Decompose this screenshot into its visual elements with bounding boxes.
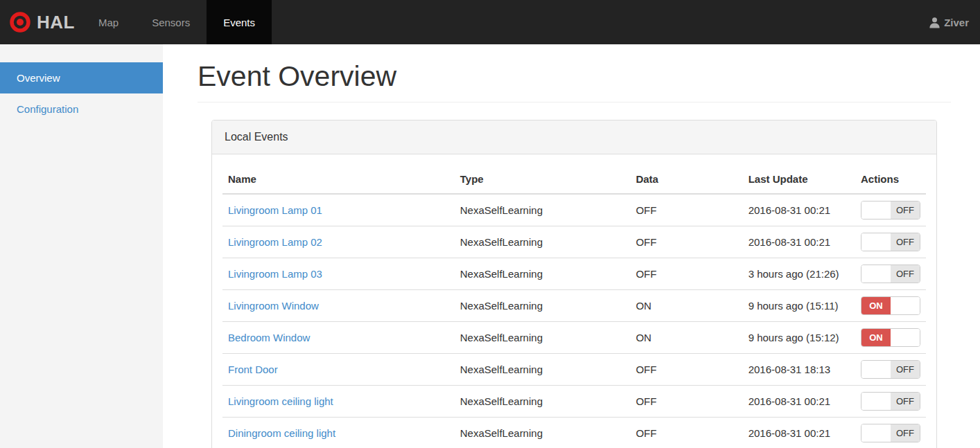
user-menu[interactable]: Ziver (929, 0, 980, 44)
toggle-label: OFF (891, 424, 920, 442)
title-divider (198, 102, 951, 102)
event-name-link[interactable]: Livingroom Lamp 03 (228, 268, 322, 280)
toggle-label: OFF (891, 233, 920, 251)
event-type: NexaSelfLearning (455, 386, 631, 418)
toggle-label: ON (861, 329, 891, 346)
table-row: Livingroom ceiling light NexaSelfLearnin… (222, 386, 926, 418)
toggle-label: ON (861, 297, 891, 314)
panel-body: Name Type Data Last Update Actions Livin… (212, 154, 936, 448)
event-name-link[interactable]: Front Door (228, 364, 278, 375)
event-type: NexaSelfLearning (455, 290, 631, 322)
main-content: Event Overview Local Events Name Type Da… (198, 44, 951, 448)
sidebar: Overview Configuration (0, 44, 163, 448)
toggle-handle (861, 265, 891, 283)
brand-label: HAL (37, 12, 75, 33)
event-data: ON (630, 322, 742, 354)
power-toggle[interactable]: ON (861, 296, 920, 315)
nav-tab-sensors[interactable]: Sensors (135, 0, 207, 44)
event-last-update: 2016-08-31 00:21 (743, 226, 855, 258)
toggle-label: OFF (891, 201, 920, 219)
event-name-link[interactable]: Bedroom Window (228, 332, 310, 343)
event-last-update: 9 hours ago (15:12) (743, 322, 855, 354)
power-toggle[interactable]: OFF (861, 201, 920, 219)
user-name: Ziver (944, 17, 969, 28)
power-toggle[interactable]: OFF (861, 424, 920, 442)
event-data: OFF (630, 194, 742, 226)
event-name-link[interactable]: Diningroom ceiling light (228, 427, 335, 439)
col-header-last-update: Last Update (743, 165, 855, 194)
toggle-label: OFF (891, 265, 920, 283)
event-name-link[interactable]: Livingroom ceiling light (228, 395, 333, 407)
table-row: Livingroom Lamp 02 NexaSelfLearning OFF … (222, 226, 926, 258)
event-last-update: 2016-08-31 18:13 (743, 354, 855, 386)
top-navbar: HAL Map Sensors Events Ziver (0, 0, 980, 44)
event-last-update: 2016-08-31 00:21 (743, 194, 855, 226)
event-name-link[interactable]: Livingroom Window (228, 300, 319, 312)
local-events-panel: Local Events Name Type Data Last Update … (211, 120, 937, 448)
event-type: NexaSelfLearning (455, 354, 631, 386)
event-name-link[interactable]: Livingroom Lamp 02 (228, 236, 322, 248)
table-row: Livingroom Lamp 01 NexaSelfLearning OFF … (222, 194, 926, 226)
col-header-type: Type (455, 165, 631, 194)
event-data: OFF (630, 258, 742, 290)
event-data: ON (630, 290, 742, 322)
panel-heading: Local Events (212, 120, 936, 154)
event-name-link[interactable]: Livingroom Lamp 01 (228, 204, 322, 216)
table-row: Livingroom Window NexaSelfLearning ON 9 … (222, 290, 926, 322)
power-toggle[interactable]: OFF (861, 265, 920, 283)
power-toggle[interactable]: ON (861, 328, 920, 347)
toggle-handle (861, 201, 891, 219)
user-icon (929, 17, 940, 28)
event-data: OFF (630, 418, 742, 448)
table-row: Livingroom Lamp 03 NexaSelfLearning OFF … (222, 258, 926, 290)
event-last-update: 3 hours ago (21:26) (743, 258, 855, 290)
col-header-data: Data (630, 165, 742, 194)
toggle-handle (861, 361, 891, 378)
event-data: OFF (630, 354, 742, 386)
sidebar-item-configuration[interactable]: Configuration (0, 93, 163, 125)
toggle-handle (861, 393, 891, 410)
events-table: Name Type Data Last Update Actions Livin… (222, 165, 926, 448)
page-title: Event Overview (198, 61, 951, 92)
event-type: NexaSelfLearning (455, 418, 631, 448)
event-last-update: 2016-08-31 00:21 (743, 418, 855, 448)
table-row: Front Door NexaSelfLearning OFF 2016-08-… (222, 354, 926, 386)
event-last-update: 9 hours ago (15:11) (743, 290, 855, 322)
nav-tab-map[interactable]: Map (82, 0, 135, 44)
brand[interactable]: HAL (0, 0, 82, 44)
toggle-handle (891, 329, 920, 346)
event-type: NexaSelfLearning (455, 226, 631, 258)
event-type: NexaSelfLearning (455, 258, 631, 290)
table-row: Diningroom ceiling light NexaSelfLearnin… (222, 418, 926, 448)
power-toggle[interactable]: OFF (861, 233, 920, 251)
event-type: NexaSelfLearning (455, 194, 631, 226)
power-toggle[interactable]: OFF (861, 392, 920, 411)
nav-tab-events[interactable]: Events (207, 0, 272, 44)
event-data: OFF (630, 226, 742, 258)
toggle-handle (861, 424, 891, 442)
bullseye-logo-icon (10, 12, 30, 33)
toggle-label: OFF (891, 361, 920, 378)
event-data: OFF (630, 386, 742, 418)
col-header-actions: Actions (855, 165, 926, 194)
table-header-row: Name Type Data Last Update Actions (222, 165, 926, 194)
event-last-update: 2016-08-31 00:21 (743, 386, 855, 418)
table-row: Bedroom Window NexaSelfLearning ON 9 hou… (222, 322, 926, 354)
sidebar-item-overview[interactable]: Overview (0, 62, 163, 93)
toggle-handle (861, 233, 891, 251)
toggle-handle (891, 297, 920, 314)
col-header-name: Name (222, 165, 455, 194)
event-type: NexaSelfLearning (455, 322, 631, 354)
main-nav: Map Sensors Events (82, 0, 272, 44)
power-toggle[interactable]: OFF (861, 360, 920, 379)
toggle-label: OFF (891, 393, 920, 410)
